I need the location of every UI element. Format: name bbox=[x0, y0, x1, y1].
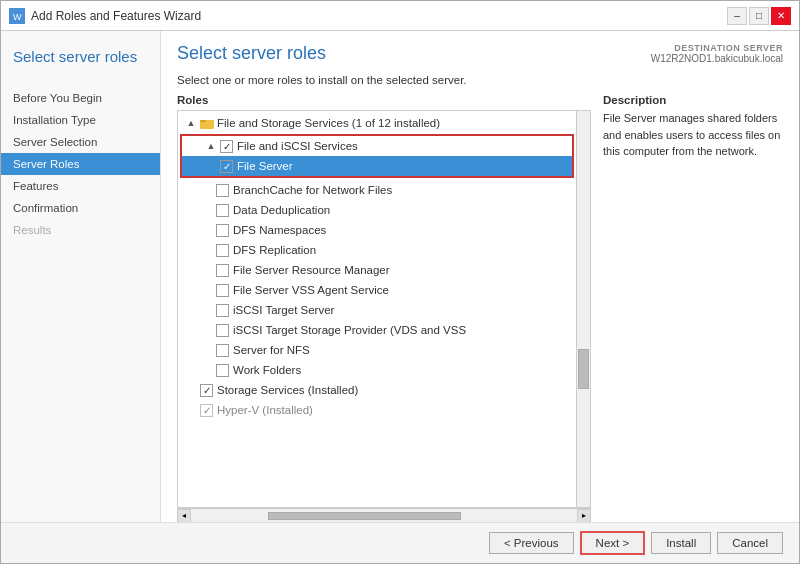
window-title: Add Roles and Features Wizard bbox=[31, 9, 201, 23]
list-item[interactable]: ✓ Hyper-V (Installed) bbox=[178, 400, 576, 420]
list-item-label: Data Deduplication bbox=[233, 204, 330, 216]
checkbox[interactable] bbox=[216, 204, 229, 217]
list-item-label: File Server Resource Manager bbox=[233, 264, 390, 276]
list-item-label: File and iSCSI Services bbox=[237, 140, 358, 152]
checkbox[interactable] bbox=[216, 324, 229, 337]
scrollbar-thumb[interactable] bbox=[578, 349, 589, 389]
list-item[interactable]: File Server VSS Agent Service bbox=[178, 280, 576, 300]
hscroll-left[interactable]: ◂ bbox=[177, 509, 191, 523]
checkbox[interactable] bbox=[216, 344, 229, 357]
list-item-label: Hyper-V (Installed) bbox=[217, 404, 313, 416]
list-item-label: Server for NFS bbox=[233, 344, 310, 356]
hscroll-thumb bbox=[268, 512, 461, 520]
checkbox[interactable] bbox=[216, 284, 229, 297]
next-button[interactable]: Next > bbox=[580, 531, 646, 555]
install-button[interactable]: Install bbox=[651, 532, 711, 554]
maximize-button[interactable]: □ bbox=[749, 7, 769, 25]
title-bar: W Add Roles and Features Wizard – □ ✕ bbox=[1, 1, 799, 31]
scrollbar-track[interactable] bbox=[576, 111, 590, 507]
minimize-button[interactable]: – bbox=[727, 7, 747, 25]
list-item-label: iSCSI Target Storage Provider (VDS and V… bbox=[233, 324, 466, 336]
list-item[interactable]: Work Folders bbox=[178, 360, 576, 380]
sidebar-item-server-roles[interactable]: Server Roles bbox=[1, 153, 160, 175]
main-content: Select server roles DESTINATION SERVER W… bbox=[161, 31, 799, 522]
list-item[interactable]: iSCSI Target Storage Provider (VDS and V… bbox=[178, 320, 576, 340]
expand-icon: ▲ bbox=[184, 116, 198, 130]
main-body: Roles ▲ File and Storage Services (1 of … bbox=[161, 94, 799, 522]
checkbox[interactable]: ✓ bbox=[200, 384, 213, 397]
list-item[interactable]: DFS Namespaces bbox=[178, 220, 576, 240]
list-item[interactable]: DFS Replication bbox=[178, 240, 576, 260]
list-item-label: BranchCache for Network Files bbox=[233, 184, 392, 196]
sidebar-item-before-you-begin[interactable]: Before You Begin bbox=[1, 87, 160, 109]
expand-icon: ▲ bbox=[204, 139, 218, 153]
checkbox[interactable] bbox=[216, 304, 229, 317]
checkbox[interactable] bbox=[216, 224, 229, 237]
cancel-button[interactable]: Cancel bbox=[717, 532, 783, 554]
destination-server-name: W12R2NOD1.bakicubuk.local bbox=[651, 53, 783, 64]
description-panel: Description File Server manages shared f… bbox=[603, 94, 783, 522]
list-item-label: DFS Replication bbox=[233, 244, 316, 256]
list-item-label: DFS Namespaces bbox=[233, 224, 326, 236]
list-item[interactable]: iSCSI Target Server bbox=[178, 300, 576, 320]
page-title: Select server roles bbox=[177, 43, 326, 64]
main-header: Select server roles DESTINATION SERVER W… bbox=[161, 31, 799, 70]
horizontal-scrollbar[interactable]: ◂ ▸ bbox=[177, 508, 591, 522]
hscroll-area bbox=[191, 511, 577, 521]
roles-label: Roles bbox=[177, 94, 591, 106]
hscroll-right[interactable]: ▸ bbox=[577, 509, 591, 523]
content-area: Select server roles Before You Begin Ins… bbox=[1, 31, 799, 522]
sidebar-header: Select server roles bbox=[1, 31, 160, 79]
folder-icon bbox=[200, 117, 214, 129]
close-button[interactable]: ✕ bbox=[771, 7, 791, 25]
list-item[interactable]: ▲ ✓ File and iSCSI Services bbox=[182, 136, 572, 156]
sidebar-item-results: Results bbox=[1, 219, 160, 241]
svg-rect-3 bbox=[200, 120, 206, 122]
list-item-label: iSCSI Target Server bbox=[233, 304, 334, 316]
instruction-text: Select one or more roles to install on t… bbox=[161, 70, 799, 94]
checkbox[interactable]: ✓ bbox=[220, 160, 233, 173]
sidebar-item-confirmation[interactable]: Confirmation bbox=[1, 197, 160, 219]
roles-list: ▲ File and Storage Services (1 of 12 ins… bbox=[178, 111, 576, 422]
title-bar-controls: – □ ✕ bbox=[727, 7, 791, 25]
checkbox[interactable]: ✓ bbox=[220, 140, 233, 153]
roles-panel: Roles ▲ File and Storage Services (1 of … bbox=[177, 94, 591, 522]
list-item[interactable]: ✓ Storage Services (Installed) bbox=[178, 380, 576, 400]
sidebar-item-features[interactable]: Features bbox=[1, 175, 160, 197]
checkbox[interactable] bbox=[216, 364, 229, 377]
list-item-label: Storage Services (Installed) bbox=[217, 384, 358, 396]
list-item[interactable]: File Server Resource Manager bbox=[178, 260, 576, 280]
wizard-icon: W bbox=[9, 8, 25, 24]
checkbox[interactable] bbox=[216, 184, 229, 197]
list-item[interactable]: Server for NFS bbox=[178, 340, 576, 360]
previous-button[interactable]: < Previous bbox=[489, 532, 574, 554]
sidebar-nav: Before You Begin Installation Type Serve… bbox=[1, 87, 160, 241]
list-item-label: File Server bbox=[237, 160, 293, 172]
list-item-file-server[interactable]: ✓ File Server bbox=[182, 156, 572, 176]
description-label: Description bbox=[603, 94, 783, 106]
main-window: W Add Roles and Features Wizard – □ ✕ Se… bbox=[0, 0, 800, 564]
list-item-label: File Server VSS Agent Service bbox=[233, 284, 389, 296]
sidebar-item-server-selection[interactable]: Server Selection bbox=[1, 131, 160, 153]
checkbox[interactable] bbox=[216, 264, 229, 277]
sidebar-item-installation-type[interactable]: Installation Type bbox=[1, 109, 160, 131]
destination-server-info: DESTINATION SERVER W12R2NOD1.bakicubuk.l… bbox=[651, 43, 783, 64]
checkbox[interactable] bbox=[216, 244, 229, 257]
list-item[interactable]: ▲ File and Storage Services (1 of 12 ins… bbox=[178, 113, 576, 133]
list-item[interactable]: Data Deduplication bbox=[178, 200, 576, 220]
title-bar-left: W Add Roles and Features Wizard bbox=[9, 8, 201, 24]
list-item-label: File and Storage Services (1 of 12 insta… bbox=[217, 117, 440, 129]
sidebar: Select server roles Before You Begin Ins… bbox=[1, 31, 161, 522]
roles-list-container[interactable]: ▲ File and Storage Services (1 of 12 ins… bbox=[177, 110, 591, 508]
description-text: File Server manages shared folders and e… bbox=[603, 110, 783, 160]
destination-label: DESTINATION SERVER bbox=[651, 43, 783, 53]
list-item[interactable]: BranchCache for Network Files bbox=[178, 180, 576, 200]
svg-text:W: W bbox=[13, 12, 22, 22]
footer: < Previous Next > Install Cancel bbox=[1, 522, 799, 563]
checkbox[interactable]: ✓ bbox=[200, 404, 213, 417]
list-item-label: Work Folders bbox=[233, 364, 301, 376]
